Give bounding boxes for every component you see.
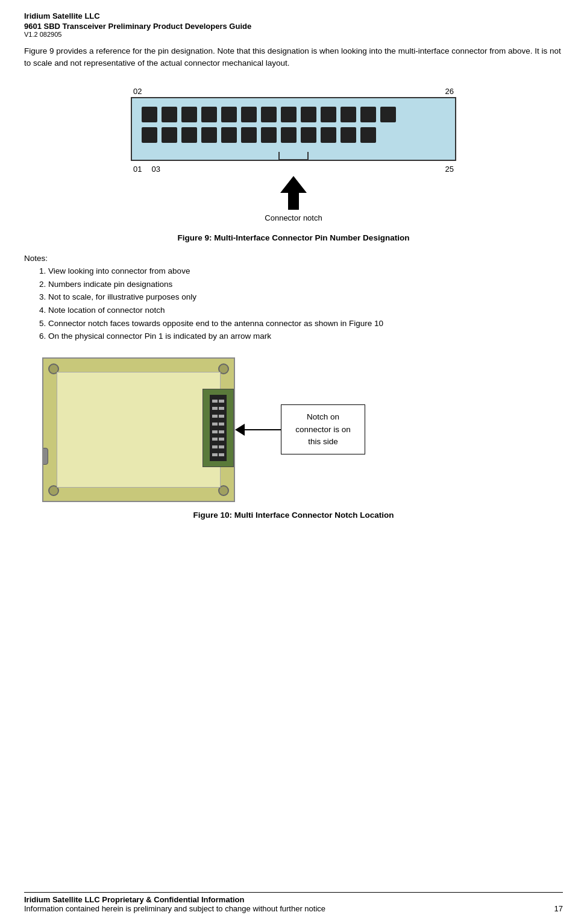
mini-pin bbox=[219, 407, 224, 410]
callout-line-area: Notch on connector is on this side bbox=[235, 404, 365, 454]
pin-top-11 bbox=[360, 107, 376, 122]
pin-top-7 bbox=[281, 107, 297, 122]
pin-label-top-left: 02 bbox=[133, 87, 142, 96]
mini-pin-row-3 bbox=[212, 423, 225, 426]
pin-row-bottom bbox=[142, 127, 445, 143]
notes-header: Notes: bbox=[24, 252, 563, 265]
pin-top-6 bbox=[261, 107, 277, 122]
connector-pins-visual bbox=[210, 395, 227, 461]
mini-pin bbox=[212, 453, 218, 456]
header-version: V1.2 082905 bbox=[24, 31, 563, 38]
pin-bottom-1 bbox=[162, 127, 177, 143]
pin-top-12 bbox=[380, 107, 396, 122]
mini-pin bbox=[219, 438, 224, 441]
header-company: Iridium Satellite LLC bbox=[24, 11, 563, 22]
pin-top-4 bbox=[221, 107, 237, 122]
pin-label-top-right: 26 bbox=[445, 87, 454, 96]
pin-bottom-6 bbox=[261, 127, 277, 143]
mini-pin bbox=[212, 415, 218, 418]
pin-labels-top: 02 26 bbox=[131, 87, 456, 96]
figure10-caption: Figure 10: Multi Interface Connector Not… bbox=[24, 511, 563, 520]
mini-pin bbox=[212, 423, 218, 426]
pin-labels-bottom: 01 03 25 bbox=[131, 165, 456, 174]
figure10-section: Notch on connector is on this side bbox=[42, 357, 563, 502]
mini-pin bbox=[212, 445, 218, 448]
mini-pin-row-1 bbox=[212, 407, 225, 410]
callout-box: Notch on connector is on this side bbox=[281, 404, 365, 454]
pin-bottom-0 bbox=[142, 127, 157, 143]
antenna-port bbox=[42, 448, 48, 465]
intro-text: Figure 9 provides a reference for the pi… bbox=[24, 45, 563, 70]
pin-top-3 bbox=[201, 107, 217, 122]
mini-pin bbox=[212, 400, 218, 403]
pin-top-9 bbox=[321, 107, 336, 122]
pin-bottom-7 bbox=[281, 127, 297, 143]
pin-top-2 bbox=[181, 107, 197, 122]
pin-label-bottom-right: 25 bbox=[445, 165, 454, 174]
mini-pin bbox=[212, 430, 218, 433]
pin-bottom-4 bbox=[221, 127, 237, 143]
pin-bottom-3 bbox=[201, 127, 217, 143]
connector-box bbox=[131, 97, 456, 161]
mini-pin-row-2 bbox=[212, 415, 225, 418]
callout-line bbox=[245, 429, 281, 430]
mini-pin bbox=[219, 430, 224, 433]
device-inner bbox=[57, 372, 221, 488]
device-image bbox=[42, 357, 235, 502]
pin-bottom-9 bbox=[321, 127, 336, 143]
arrow-shaft bbox=[288, 193, 299, 210]
connector-notch-label: Connector notch bbox=[265, 213, 322, 222]
pin-bottom-5 bbox=[241, 127, 257, 143]
mini-pin-row-7 bbox=[212, 453, 225, 456]
pin-top-8 bbox=[301, 107, 316, 122]
note-item-5: Connector notch faces towards opposite e… bbox=[48, 317, 563, 330]
pin-top-5 bbox=[241, 107, 257, 122]
mini-pin-row-5 bbox=[212, 438, 225, 441]
mini-pin bbox=[212, 407, 218, 410]
mini-pin bbox=[219, 453, 224, 456]
mini-pin-row-0 bbox=[212, 400, 225, 403]
pin-top-10 bbox=[341, 107, 356, 122]
notes-section: Notes: View looking into connector from … bbox=[24, 252, 563, 343]
mini-pin-row-4 bbox=[212, 430, 225, 433]
connector-diagram: 02 26 01 03 25 Connector notch bbox=[24, 87, 563, 222]
pin-top-1 bbox=[162, 107, 177, 122]
footer-main: Iridium Satellite LLC Proprietary & Conf… bbox=[24, 892, 563, 904]
header-title: 9601 SBD Transceiver Preliminary Product… bbox=[24, 22, 563, 31]
mini-pin bbox=[219, 423, 224, 426]
page-number: 17 bbox=[554, 904, 563, 913]
note-item-1: View looking into connector from above bbox=[48, 265, 563, 278]
note-item-4: Note location of connector notch bbox=[48, 304, 563, 317]
arrow-section: Connector notch bbox=[265, 176, 322, 222]
note-item-2: Numbers indicate pin designations bbox=[48, 278, 563, 291]
pin-row-top bbox=[142, 107, 445, 122]
pin-bottom-10 bbox=[341, 127, 356, 143]
mini-pin bbox=[212, 438, 218, 441]
device-connector-area bbox=[202, 389, 234, 467]
pin-top-0 bbox=[142, 107, 157, 122]
up-arrow bbox=[280, 176, 307, 193]
note-item-3: Not to scale, for illustrative purposes … bbox=[48, 291, 563, 304]
pin-bottom-2 bbox=[181, 127, 197, 143]
footer: Iridium Satellite LLC Proprietary & Conf… bbox=[24, 892, 563, 913]
notch-tab bbox=[278, 152, 309, 160]
notes-list: View looking into connector from aboveNu… bbox=[48, 265, 563, 343]
mini-pin-row-6 bbox=[212, 445, 225, 448]
pin-bottom-11 bbox=[360, 127, 376, 143]
footer-sub: Information contained herein is prelimin… bbox=[24, 904, 563, 913]
mini-pin bbox=[219, 445, 224, 448]
pin-bottom-8 bbox=[301, 127, 316, 143]
mini-pin bbox=[219, 415, 224, 418]
arrowhead-left bbox=[235, 424, 245, 436]
mini-pin bbox=[219, 400, 224, 403]
figure9-caption: Figure 9: Multi-Interface Connector Pin … bbox=[24, 233, 563, 242]
note-item-6: On the physical connector Pin 1 is indic… bbox=[48, 330, 563, 343]
pin-label-bottom-left2: 03 bbox=[151, 165, 160, 174]
pin-label-bottom-left1: 01 bbox=[133, 165, 142, 174]
